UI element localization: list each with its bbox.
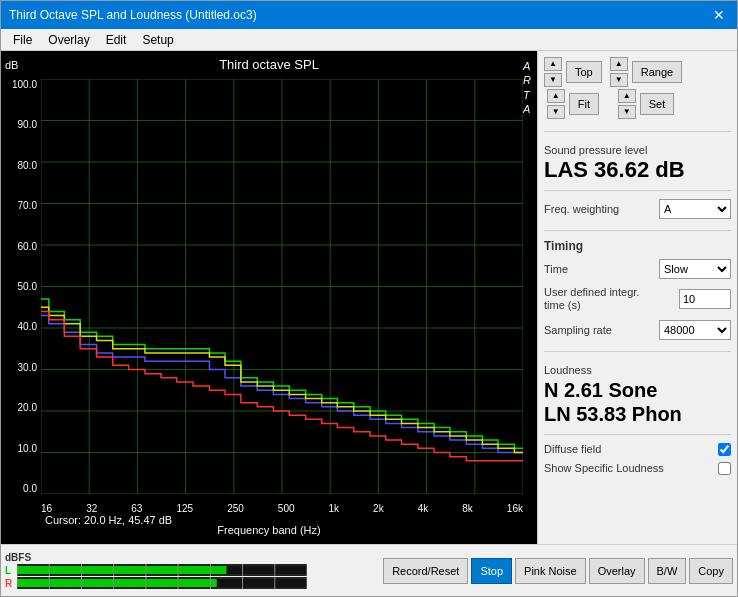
- bw-button[interactable]: B/W: [648, 558, 687, 584]
- y-ticks: 100.0 90.0 80.0 70.0 60.0 50.0 40.0 30.0…: [3, 79, 41, 494]
- show-specific-loudness-checkbox[interactable]: [718, 462, 731, 475]
- user-integr-label: User defined integr. time (s): [544, 286, 644, 312]
- pink-noise-button[interactable]: Pink Noise: [515, 558, 586, 584]
- chart-title: Third octave SPL: [219, 57, 319, 72]
- x-tick-8k: 8k: [462, 503, 473, 514]
- arta-label: ARTA: [523, 59, 531, 116]
- record-reset-button[interactable]: Record/Reset: [383, 558, 468, 584]
- y-tick-70: 70.0: [3, 200, 41, 211]
- range-button[interactable]: Range: [632, 61, 682, 83]
- top-button[interactable]: Top: [566, 61, 602, 83]
- freq-weighting-select[interactable]: A B C Z: [659, 199, 731, 219]
- overlay-button[interactable]: Overlay: [589, 558, 645, 584]
- copy-button[interactable]: Copy: [689, 558, 733, 584]
- close-button[interactable]: ✕: [709, 7, 729, 23]
- y-tick-60: 60.0: [3, 241, 41, 252]
- fit-up-btn[interactable]: ▲: [547, 89, 565, 103]
- meter-r-row: R: [5, 577, 307, 589]
- y-tick-40: 40.0: [3, 321, 41, 332]
- loudness-n-value: N 2.61 Sone: [544, 378, 731, 402]
- top-ctrl-group: ▲ ▼ Top ▲ ▼ Fit: [544, 57, 602, 119]
- range-up-btn[interactable]: ▲: [610, 57, 628, 71]
- window-title: Third Octave SPL and Loudness (Untitled.…: [9, 8, 257, 22]
- cursor-info: Cursor: 20.0 Hz, 45.47 dB: [45, 514, 172, 526]
- y-tick-80: 80.0: [3, 160, 41, 171]
- set-nav-group: ▲ ▼: [618, 89, 636, 119]
- loudness-ln-value: LN 53.83 Phon: [544, 402, 731, 426]
- top-down-btn[interactable]: ▼: [544, 73, 562, 87]
- menu-setup[interactable]: Setup: [134, 31, 181, 48]
- user-integr-row: User defined integr. time (s): [544, 286, 731, 312]
- time-label: Time: [544, 263, 568, 275]
- right-panel: ▲ ▼ Top ▲ ▼ Fit: [537, 51, 737, 544]
- spl-label: Sound pressure level: [544, 144, 731, 156]
- y-axis-label: dB: [5, 59, 18, 71]
- top-controls: ▲ ▼ Top ▲ ▼ Fit: [544, 57, 731, 119]
- meter-l-row: L: [5, 564, 307, 576]
- divider-5: [544, 434, 731, 435]
- fit-nav-group: ▲ ▼: [547, 89, 565, 119]
- bottom-bar: dBFS L R Record/Reset Stop Pink Noise Ov…: [1, 544, 737, 596]
- set-up-btn[interactable]: ▲: [618, 89, 636, 103]
- main-content: Third octave SPL ARTA dB 100.0 90.0 80.0…: [1, 51, 737, 544]
- x-tick-125: 125: [176, 503, 193, 514]
- y-tick-50: 50.0: [3, 281, 41, 292]
- x-tick-500: 500: [278, 503, 295, 514]
- sampling-rate-row: Sampling rate 44100 48000 96000: [544, 320, 731, 340]
- spl-section: Sound pressure level LAS 36.62 dB: [544, 144, 731, 182]
- meter-r-label: R: [5, 578, 15, 589]
- y-tick-0: 0.0: [3, 483, 41, 494]
- chart-canvas: [41, 79, 523, 494]
- freq-weighting-label: Freq. weighting: [544, 203, 619, 215]
- meter-r-canvas: [17, 577, 307, 589]
- menu-overlay[interactable]: Overlay: [40, 31, 97, 48]
- y-tick-100: 100.0: [3, 79, 41, 90]
- x-tick-2k: 2k: [373, 503, 384, 514]
- dbfs-label: dBFS: [5, 552, 307, 563]
- fit-button[interactable]: Fit: [569, 93, 599, 115]
- stop-button[interactable]: Stop: [471, 558, 512, 584]
- user-integr-input[interactable]: [679, 289, 731, 309]
- main-window: Third Octave SPL and Loudness (Untitled.…: [0, 0, 738, 597]
- sampling-rate-label: Sampling rate: [544, 324, 612, 336]
- set-down-btn[interactable]: ▼: [618, 105, 636, 119]
- sampling-rate-select[interactable]: 44100 48000 96000: [659, 320, 731, 340]
- y-tick-20: 20.0: [3, 402, 41, 413]
- menu-file[interactable]: File: [5, 31, 40, 48]
- show-specific-loudness-label: Show Specific Loudness: [544, 462, 664, 474]
- x-tick-250: 250: [227, 503, 244, 514]
- title-bar: Third Octave SPL and Loudness (Untitled.…: [1, 1, 737, 29]
- dbfs-section: dBFS L R: [5, 552, 307, 589]
- diffuse-field-checkbox[interactable]: [718, 443, 731, 456]
- divider-2: [544, 190, 731, 191]
- x-tick-16: 16: [41, 503, 52, 514]
- fit-down-btn[interactable]: ▼: [547, 105, 565, 119]
- time-select[interactable]: Slow Fast Impulse: [659, 259, 731, 279]
- divider-1: [544, 131, 731, 132]
- y-tick-10: 10.0: [3, 443, 41, 454]
- show-specific-loudness-row: Show Specific Loudness: [544, 462, 731, 475]
- meter-l-label: L: [5, 565, 15, 576]
- divider-4: [544, 351, 731, 352]
- time-row: Time Slow Fast Impulse: [544, 259, 731, 279]
- loudness-label: Loudness: [544, 364, 731, 376]
- loudness-section: Loudness N 2.61 Sone LN 53.83 Phon: [544, 364, 731, 426]
- fit-ctrl-row: ▲ ▼ Fit: [547, 89, 599, 119]
- freq-weighting-row: Freq. weighting A B C Z: [544, 199, 731, 219]
- x-tick-1k: 1k: [329, 503, 340, 514]
- y-tick-90: 90.0: [3, 119, 41, 130]
- divider-3: [544, 230, 731, 231]
- menu-edit[interactable]: Edit: [98, 31, 135, 48]
- top-up-btn[interactable]: ▲: [544, 57, 562, 71]
- x-ticks: 16 32 63 125 250 500 1k 2k 4k 8k 16k: [41, 503, 523, 514]
- x-tick-16k: 16k: [507, 503, 523, 514]
- range-ctrl-row: ▲ ▼ Range: [610, 57, 682, 87]
- top-nav-group: ▲ ▼: [544, 57, 562, 87]
- set-button[interactable]: Set: [640, 93, 675, 115]
- spl-value: LAS 36.62 dB: [544, 158, 731, 182]
- chart-canvas-container: [41, 79, 523, 494]
- x-axis-label: Frequency band (Hz): [217, 524, 320, 536]
- range-down-btn[interactable]: ▼: [610, 73, 628, 87]
- x-tick-4k: 4k: [418, 503, 429, 514]
- menu-bar: File Overlay Edit Setup: [1, 29, 737, 51]
